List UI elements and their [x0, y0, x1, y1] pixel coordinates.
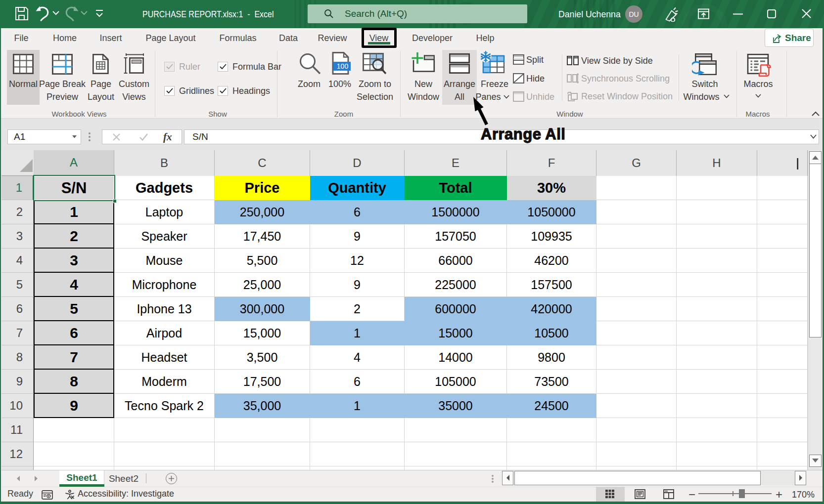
svg-text:100: 100: [337, 62, 349, 70]
